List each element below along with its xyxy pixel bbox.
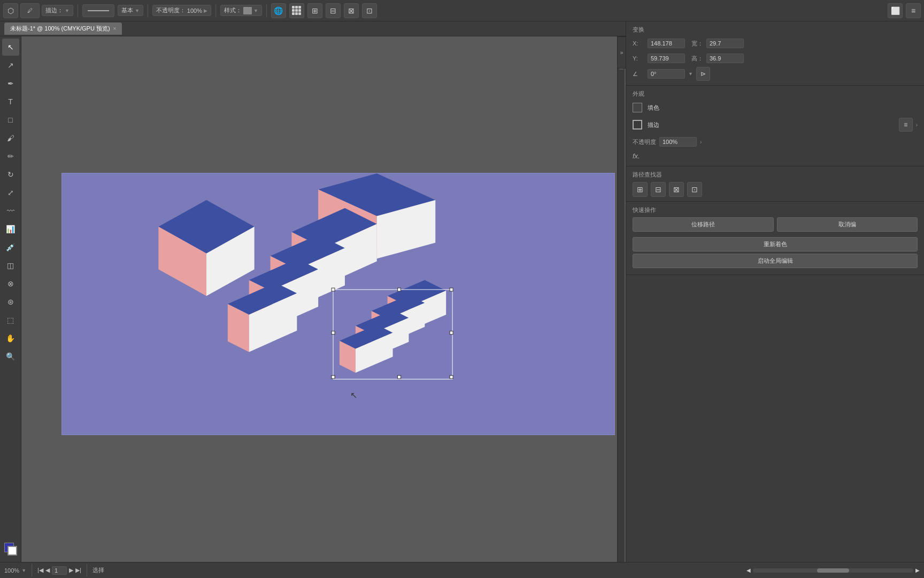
selection-tool[interactable]: ↖	[2, 39, 19, 56]
height-value[interactable]: 36.9	[706, 54, 744, 63]
pathfinder-title: 路径查找器	[633, 171, 918, 179]
offset-path-btn[interactable]: 位移路径	[633, 217, 774, 232]
stroke-dropdown[interactable]: 描边： ▼	[42, 5, 73, 16]
appearance-title: 外观	[633, 90, 918, 98]
angle-label: ∠	[633, 71, 644, 78]
recolor-btn[interactable]: 重新着色	[633, 237, 918, 252]
height-label: 高：	[691, 55, 703, 63]
symbol-tool[interactable]: ⊛	[2, 293, 19, 310]
pen-tool[interactable]: ✒	[2, 75, 19, 92]
angle-value[interactable]: 0°	[648, 69, 685, 79]
stroke-options-btn[interactable]: ≡	[899, 118, 913, 132]
warp-tool[interactable]: 〰	[2, 202, 19, 219]
y-value[interactable]: 59.739	[648, 54, 685, 63]
h-scrollbar-area: ◀ ▶	[746, 567, 920, 573]
scroll-right-btn[interactable]: ▶	[915, 567, 920, 573]
scale-tool[interactable]: ⤢	[2, 184, 19, 201]
paintbrush-tool[interactable]: 🖌	[2, 130, 19, 147]
stroke-style-btn[interactable]: 基本 ▼	[118, 5, 143, 16]
handle-tr	[450, 288, 453, 291]
eyedropper-tool[interactable]: 💉	[2, 239, 19, 256]
blend-tool[interactable]: ⊗	[2, 275, 19, 292]
fill-label: 填色	[648, 104, 659, 112]
width-value[interactable]: 29.7	[706, 39, 744, 48]
artboard-tool[interactable]: ⬚	[2, 311, 19, 329]
canvas-area[interactable]: ↖	[0, 36, 626, 562]
grid-view-btn[interactable]	[289, 3, 304, 18]
pathfinder-section: 路径查找器 ⊞ ⊟ ⊠ ⊡	[626, 166, 924, 202]
artboard-svg: ↖	[62, 173, 614, 435]
x-value[interactable]: 148.178	[648, 39, 685, 48]
separator-4	[266, 4, 267, 17]
page-input[interactable]	[52, 566, 67, 575]
stroke-row: 描边 ≡ ›	[633, 116, 918, 133]
opacity-expand-btn[interactable]: ›	[700, 139, 702, 145]
stroke-preview[interactable]	[82, 4, 114, 17]
angle-row: ∠ 0° ▼ ⊳	[633, 67, 918, 81]
pf-unite-btn[interactable]: ⊞	[633, 182, 648, 197]
page-next-btn[interactable]: ▶	[69, 567, 73, 574]
handle-bl	[332, 375, 335, 378]
gradient-tool[interactable]: ◫	[2, 257, 19, 274]
handle-bm	[398, 375, 401, 378]
page-nav: |◀ ◀ ▶ ▶|	[37, 566, 81, 575]
opacity-value[interactable]: 100%	[659, 137, 697, 147]
expand-btn[interactable]: ⬜	[888, 3, 903, 18]
pf-intersect-btn[interactable]: ⊠	[669, 182, 684, 197]
tab-close-btn[interactable]: ×	[113, 26, 117, 32]
tab-bar: 未标题-1* @ 100% (CMYK/GPU 预览) ×	[0, 21, 626, 36]
page-last-btn[interactable]: ▶|	[75, 567, 81, 574]
stroke-color-swatch[interactable]	[633, 120, 642, 130]
page-first-btn[interactable]: |◀	[37, 567, 43, 574]
pencil-tool[interactable]: ✏	[2, 148, 19, 165]
pf-minus-btn[interactable]: ⊟	[651, 182, 666, 197]
pathfinder-btn[interactable]: ⊠	[344, 3, 359, 18]
direct-select-tool[interactable]: ↗	[2, 57, 19, 74]
type-tool[interactable]: T	[2, 93, 19, 110]
quick-actions-title: 快速操作	[633, 206, 918, 214]
transform-btn[interactable]: ⊞	[307, 3, 322, 18]
graph-tool[interactable]: 📊	[2, 220, 19, 238]
rotate-tool[interactable]: ↻	[2, 166, 19, 183]
fx-label: fx.	[633, 152, 640, 160]
zoom-tool[interactable]: 🔍	[2, 348, 19, 365]
stroke-expand-btn[interactable]: ›	[916, 122, 918, 128]
h-scrollbar[interactable]	[753, 568, 913, 573]
hand-tool[interactable]: ✋	[2, 330, 19, 347]
handle-br	[450, 375, 453, 378]
cancel-edit-btn[interactable]: 取消编	[777, 217, 918, 232]
fill-stroke-selector[interactable]	[2, 541, 19, 558]
globe-icon-btn[interactable]: 🌐	[271, 3, 286, 18]
panel-collapse-btn[interactable]: »	[617, 36, 626, 69]
shape-tool[interactable]: □	[2, 111, 19, 128]
handle-tl	[332, 288, 335, 291]
pathfinder-row: ⊞ ⊟ ⊠ ⊡	[633, 182, 918, 197]
options-btn[interactable]: ≡	[906, 3, 921, 18]
status-sep1	[32, 564, 32, 577]
fill-swatch[interactable]	[633, 103, 642, 112]
appearance-section: 外观 填色 描边 ≡ › 不透明度 100% › fx.	[626, 86, 924, 166]
active-tab[interactable]: 未标题-1* @ 100% (CMYK/GPU 预览) ×	[4, 22, 122, 35]
canvas-scrollbar-v[interactable]	[617, 36, 625, 562]
pf-exclude-btn[interactable]: ⊡	[687, 182, 702, 197]
zoom-control[interactable]: 100% ▼	[4, 567, 26, 574]
quick-actions-row1: 位移路径 取消编	[633, 217, 918, 234]
scroll-left-btn[interactable]: ◀	[746, 567, 751, 573]
angle-dropdown[interactable]: ▼	[688, 71, 693, 77]
page-prev-btn[interactable]: ◀	[45, 567, 50, 574]
angle-icon-btn[interactable]: ⊳	[696, 67, 710, 81]
opacity-control[interactable]: 不透明度： 100% ▶	[152, 5, 211, 16]
global-edit-btn[interactable]: 启动全局编辑	[633, 254, 918, 268]
artboard[interactable]: ↖	[61, 173, 615, 435]
align-btn[interactable]: ⊟	[326, 3, 341, 18]
tool-icon-btn[interactable]: ⬡	[3, 3, 18, 18]
fill-color-btn[interactable]: 🖊	[20, 3, 40, 18]
more-btn[interactable]: ⊡	[362, 3, 377, 18]
style-control[interactable]: 样式： ▼	[220, 5, 262, 16]
h-scrollbar-thumb[interactable]	[817, 568, 849, 573]
zoom-dropdown-arrow: ▼	[21, 568, 26, 573]
y-row: Y: 59.739	[633, 52, 685, 65]
fx-row: fx.	[633, 150, 918, 162]
fill-row: 填色	[633, 101, 918, 114]
stroke-label: 描边	[648, 121, 659, 129]
